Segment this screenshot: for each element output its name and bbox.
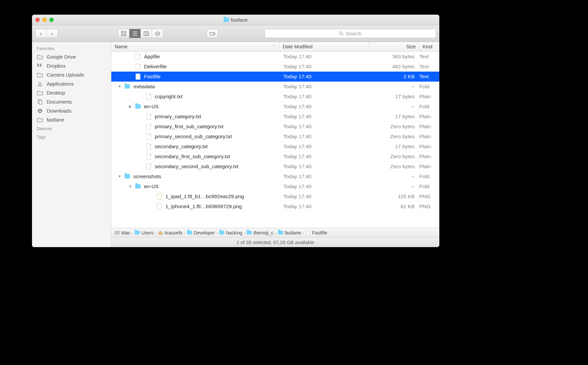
sidebar-item[interactable]: Camera Uploads [32,70,111,79]
file-row[interactable]: ▼metadataToday 17:40--Fold [111,82,439,92]
file-kind: Text [419,54,439,60]
file-row[interactable]: secondary_second_sub_category.txtToday 1… [111,162,439,172]
document-icon [135,73,141,80]
file-row[interactable]: primary_category.txtToday 17:4017 bytesP… [111,112,439,122]
file-row[interactable]: primary_second_sub_category.txtToday 17:… [111,132,439,142]
svg-point-15 [340,32,342,34]
document-icon [146,133,151,140]
minimize-window-button[interactable] [42,18,47,22]
disclosure-triangle-icon[interactable]: ▼ [128,184,133,188]
sidebar-section-header[interactable]: Favorites [32,44,111,52]
file-kind: PNG [419,203,439,209]
sidebar-item-label: Documents [47,99,72,105]
folder-icon [125,173,130,180]
document-icon [146,123,151,130]
document-icon [146,143,151,150]
dropbox-icon [37,63,43,69]
path-bar: Mac›Users›krausefx›Developer›hacking›the… [111,228,439,237]
file-row[interactable]: 1_ipad_1.ftl_b1…bc992eac29.pngToday 17:4… [111,191,439,201]
sidebar-item-label: Desktop [47,90,65,96]
file-date: Today 17:40 [279,54,369,60]
file-row[interactable]: DeliverfileToday 17:40482 bytesText [111,62,439,72]
file-date: Today 17:40 [279,154,369,160]
chevron-right-icon: › [303,231,304,235]
file-name-cell: ▼en-US [111,183,279,190]
file-size: Zero bytes [369,124,419,130]
file-name: primary_first_sub_category.txt [155,124,223,130]
file-row[interactable]: FastfileToday 17:402 KBText [111,72,439,82]
path-segment[interactable]: hacking [219,230,242,235]
document-icon [146,163,151,170]
grid-icon [121,31,127,37]
file-row[interactable]: ▶en-USToday 17:40--Fold [111,102,439,112]
file-kind: Fold [419,104,439,110]
view-mode-switcher [118,29,163,38]
file-name-cell: primary_second_sub_category.txt [111,133,279,140]
column-header-kind[interactable]: Kind [419,42,439,51]
file-name: Deliverfile [144,64,167,70]
file-row[interactable]: ▼screenshotsToday 17:40--Fold [111,172,439,182]
sidebar-item[interactable]: Applications [32,79,111,88]
column-header-size[interactable]: Size [369,42,419,51]
back-button[interactable]: ‹ [35,29,47,38]
path-segment[interactable]: themoji_c [247,230,273,235]
file-name: secondary_first_sub_category.txt [155,154,230,160]
file-row[interactable]: secondary_category.txtToday 17:4017 byte… [111,142,439,152]
file-name: 1_iphone4_1.ftl…b93659729.png [165,203,242,209]
columns-icon [143,31,149,37]
nav-buttons: ‹ › [35,29,58,38]
sidebar-item[interactable]: Documents [32,97,111,106]
sidebar-item[interactable]: fastlane [32,115,111,124]
new-folder-button[interactable] [207,29,218,38]
sidebar-section-header[interactable]: Tags [32,133,111,141]
svg-line-16 [342,34,343,35]
disclosure-triangle-icon[interactable]: ▶ [128,105,133,108]
sidebar-section-header[interactable]: Devices [32,124,111,133]
folder-icon [219,231,224,235]
file-name: primary_category.txt [155,114,201,120]
file-row[interactable]: ▼en-USToday 17:40--Fold [111,182,439,191]
column-header-name[interactable]: Name ⌃ [111,42,279,51]
sidebar-item[interactable]: Dropbox [32,61,111,70]
search-input[interactable]: Search [265,29,436,38]
titlebar: fastlane [32,15,439,25]
view-list-button[interactable] [129,29,141,38]
file-kind: Plain [419,144,439,150]
path-segment[interactable]: Developer [187,230,215,235]
path-segment[interactable]: Mac [115,230,130,235]
file-kind: Text [419,64,439,70]
sidebar-item-label: fastlane [47,117,64,123]
forward-button[interactable]: › [47,29,58,38]
file-date: Today 17:40 [279,183,369,189]
toolbar: ‹ › Search [32,25,439,42]
file-row[interactable]: copyright.txtToday 17:4017 bytesPlain [111,92,439,102]
zoom-window-button[interactable] [49,18,54,22]
column-header-date[interactable]: Date Modified [279,42,369,51]
file-row[interactable]: 1_iphone4_1.ftl…b93659729.pngToday 17:40… [111,201,439,211]
sidebar: FavoritesGoogle DriveDropboxCamera Uploa… [32,42,111,247]
document-icon [146,153,151,160]
disclosure-triangle-icon[interactable]: ▼ [117,175,122,178]
column-name-label: Name [115,44,128,49]
view-columns-button[interactable] [141,29,152,38]
disclosure-triangle-icon[interactable]: ▼ [117,85,122,88]
view-coverflow-button[interactable] [152,29,163,38]
sidebar-item[interactable]: Desktop [32,88,111,97]
sidebar-item-label: Camera Uploads [47,72,84,78]
close-window-button[interactable] [35,18,40,22]
path-segment[interactable]: fastlane [278,230,301,235]
new-folder-icon [209,31,215,37]
file-date: Today 17:40 [279,74,369,80]
file-kind: Fold [419,183,439,189]
file-row[interactable]: secondary_first_sub_category.txtToday 17… [111,152,439,162]
view-icons-button[interactable] [118,29,129,38]
path-segment[interactable]: Fastfile [306,230,327,235]
file-size: -- [369,183,419,189]
sidebar-item[interactable]: Google Drive [32,52,111,61]
file-row[interactable]: primary_first_sub_category.txtToday 17:4… [111,122,439,132]
traffic-lights [35,18,54,22]
path-segment[interactable]: Users [135,230,154,235]
sidebar-item[interactable]: Downloads [32,106,111,115]
file-row[interactable]: AppfileToday 17:40363 bytesText [111,52,439,62]
path-segment[interactable]: krausefx [158,230,182,235]
